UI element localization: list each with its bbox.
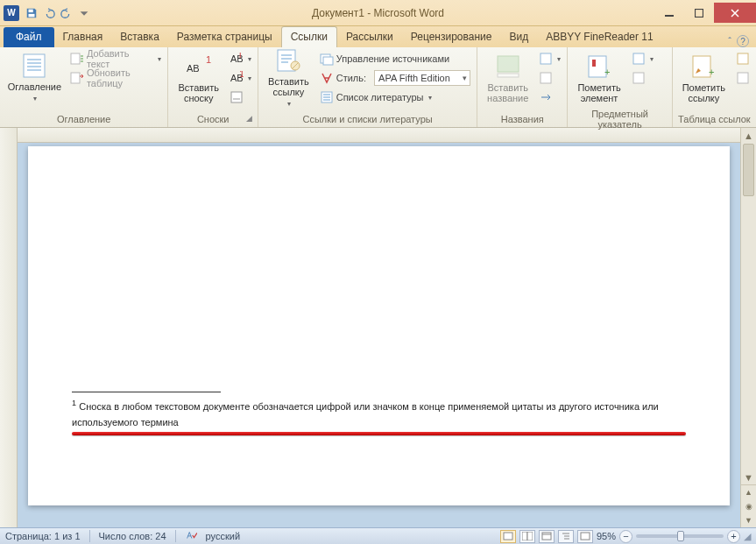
scroll-up-icon[interactable]: ▲ bbox=[741, 128, 756, 143]
manage-sources-button[interactable]: Управление источниками bbox=[317, 49, 473, 68]
group-label-footnotes: Сноски◢ bbox=[172, 112, 254, 127]
view-draft-icon[interactable] bbox=[577, 530, 593, 543]
undo-icon[interactable] bbox=[40, 4, 58, 22]
status-bar: Страница: 1 из 1 Число слов: 24 русский … bbox=[0, 527, 756, 544]
group-toc: Оглавление▾ Добавить текст▾ Обновить таб… bbox=[0, 47, 168, 127]
view-print-layout-icon[interactable] bbox=[500, 530, 516, 543]
cross-reference-button[interactable] bbox=[536, 88, 563, 107]
svg-rect-10 bbox=[71, 73, 80, 83]
tab-page-layout[interactable]: Разметка страницы bbox=[168, 27, 281, 47]
zoom-slider-knob[interactable] bbox=[677, 531, 684, 541]
footnote-text[interactable]: 1 Сноска в любом текстовом документе обо… bbox=[72, 398, 686, 429]
tab-insert[interactable]: Вставка bbox=[111, 27, 168, 47]
group-index: + Пометить элемент ▾ Предметный указател… bbox=[568, 47, 672, 127]
vertical-scrollbar[interactable]: ▲ ▼ ▲ ◉ ▼ bbox=[740, 128, 756, 527]
browse-object-icon[interactable]: ◉ bbox=[741, 499, 756, 513]
scroll-thumb[interactable] bbox=[743, 144, 754, 196]
svg-rect-49 bbox=[581, 533, 590, 540]
zoom-in-button[interactable]: + bbox=[727, 530, 740, 543]
mark-citation-icon: + bbox=[689, 53, 717, 81]
svg-rect-36 bbox=[633, 73, 644, 83]
tab-references[interactable]: Ссылки bbox=[281, 26, 337, 47]
footnote-separator bbox=[72, 392, 221, 392]
svg-rect-41 bbox=[504, 533, 512, 540]
ribbon-minimize-icon[interactable]: ˆ bbox=[728, 36, 731, 46]
svg-rect-40 bbox=[738, 73, 748, 83]
minimize-button[interactable] bbox=[654, 3, 684, 23]
tab-view[interactable]: Вид bbox=[500, 27, 537, 47]
footnotes-launcher-icon[interactable]: ◢ bbox=[246, 114, 252, 123]
svg-rect-37 bbox=[693, 56, 710, 77]
window-title: Документ1 - Microsoft Word bbox=[312, 7, 444, 19]
insert-endnote-button[interactable]: ABi▾ bbox=[227, 49, 254, 68]
status-page[interactable]: Страница: 1 из 1 bbox=[5, 531, 81, 541]
insert-caption-button[interactable]: Вставить название bbox=[481, 49, 534, 107]
zoom-level[interactable]: 95% bbox=[597, 531, 616, 541]
svg-text:AB: AB bbox=[187, 63, 200, 74]
qat-customize-icon[interactable] bbox=[75, 4, 93, 22]
update-index-button[interactable] bbox=[629, 68, 656, 88]
insert-table-figures-button[interactable]: ▾ bbox=[536, 49, 563, 68]
update-figures-button[interactable] bbox=[536, 68, 563, 88]
mark-entry-button[interactable]: + Пометить элемент bbox=[571, 49, 626, 107]
insert-citation-button[interactable]: Вставить ссылку▾ bbox=[262, 49, 315, 107]
redo-icon[interactable] bbox=[58, 4, 75, 22]
add-text-button[interactable]: Добавить текст▾ bbox=[67, 49, 165, 68]
svg-rect-28 bbox=[498, 56, 519, 72]
insert-citation-icon bbox=[274, 46, 302, 74]
group-label-captions: Названия bbox=[481, 112, 563, 127]
svg-rect-17 bbox=[231, 92, 242, 102]
file-tab[interactable]: Файл bbox=[4, 27, 54, 47]
view-outline-icon[interactable] bbox=[558, 530, 574, 543]
status-word-count[interactable]: Число слов: 24 bbox=[99, 531, 166, 541]
resize-grip-icon[interactable]: ◢ bbox=[744, 531, 751, 542]
svg-text:i: i bbox=[239, 52, 241, 60]
help-icon[interactable]: ? bbox=[737, 35, 749, 47]
zoom-slider[interactable] bbox=[636, 534, 724, 538]
footnote-number: 1 bbox=[72, 399, 76, 407]
zoom-out-button[interactable]: − bbox=[619, 530, 632, 543]
mark-entry-icon: + bbox=[585, 53, 613, 81]
document-canvas[interactable]: 1 Сноска в любом текстовом документе обо… bbox=[18, 143, 740, 527]
tab-mailings[interactable]: Рассылки bbox=[337, 27, 402, 47]
tab-abbyy[interactable]: ABBYY FineReader 11 bbox=[537, 27, 662, 47]
show-notes-button[interactable] bbox=[227, 88, 254, 107]
status-language[interactable]: русский bbox=[206, 531, 240, 541]
vertical-ruler[interactable] bbox=[0, 128, 18, 527]
word-app-icon: W bbox=[4, 5, 19, 21]
scroll-down-icon[interactable]: ▼ bbox=[741, 470, 756, 484]
svg-rect-1 bbox=[29, 13, 35, 17]
svg-text:+: + bbox=[709, 67, 714, 77]
svg-rect-44 bbox=[542, 533, 551, 540]
tab-review[interactable]: Рецензирование bbox=[402, 27, 501, 47]
view-full-screen-icon[interactable] bbox=[519, 530, 535, 543]
next-page-icon[interactable]: ▼ bbox=[741, 513, 756, 527]
style-select[interactable]: Стиль: APA Fifth Edition bbox=[317, 68, 473, 88]
save-icon[interactable] bbox=[23, 4, 40, 22]
maximize-button[interactable] bbox=[684, 3, 714, 23]
bibliography-button[interactable]: Список литературы▾ bbox=[317, 88, 473, 107]
ribbon: Оглавление▾ Добавить текст▾ Обновить таб… bbox=[0, 47, 756, 128]
toc-button[interactable]: Оглавление▾ bbox=[4, 49, 66, 107]
insert-footnote-button[interactable]: AB1 Вставить сноску bbox=[172, 49, 225, 107]
group-label-toa: Таблица ссылок bbox=[676, 112, 752, 127]
prev-page-icon[interactable]: ▲ bbox=[741, 485, 756, 499]
update-toa-button[interactable] bbox=[733, 68, 752, 88]
svg-rect-32 bbox=[589, 56, 606, 77]
style-dropdown[interactable]: APA Fifth Edition bbox=[374, 70, 470, 86]
view-web-layout-icon[interactable] bbox=[539, 530, 555, 543]
tab-home[interactable]: Главная bbox=[54, 27, 112, 47]
svg-rect-3 bbox=[696, 9, 703, 17]
group-captions: Вставить название ▾ Названия bbox=[477, 47, 568, 127]
update-table-button[interactable]: Обновить таблицу bbox=[67, 68, 165, 88]
insert-index-button[interactable]: ▾ bbox=[629, 49, 656, 68]
footnote-highlight-underline bbox=[72, 432, 686, 435]
svg-rect-9 bbox=[71, 53, 80, 64]
close-button[interactable] bbox=[714, 3, 756, 23]
insert-toa-button[interactable] bbox=[733, 49, 752, 68]
next-footnote-button[interactable]: AB1▾ bbox=[227, 68, 254, 88]
svg-rect-2 bbox=[665, 15, 674, 17]
mark-citation-button[interactable]: + Пометить ссылку bbox=[676, 49, 731, 107]
page[interactable]: 1 Сноска в любом текстовом документе обо… bbox=[28, 146, 730, 505]
status-spellcheck-icon[interactable] bbox=[185, 529, 197, 543]
